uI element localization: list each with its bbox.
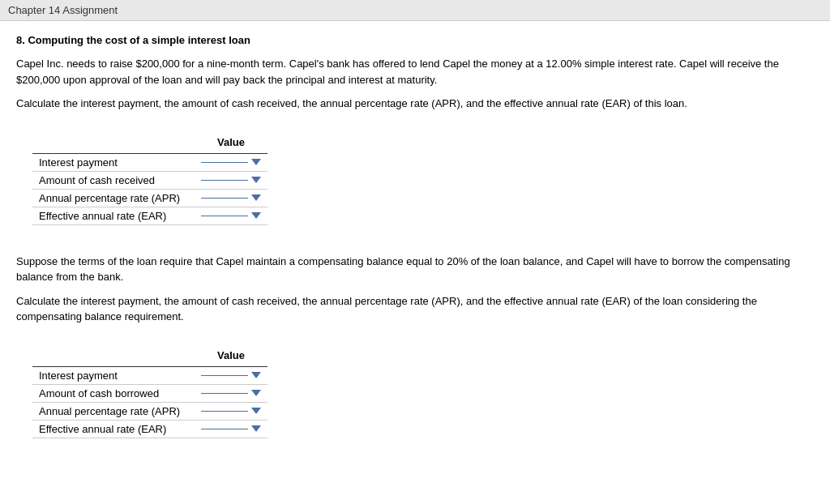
spacer-1 [16,241,814,254]
table-row: Annual percentage rate (APR) [32,189,267,207]
row-value-interest-payment [195,153,267,171]
table-row: Amount of cash borrowed [32,384,267,402]
row-label-ear: Effective annual rate (EAR) [32,207,195,224]
row-label-apr: Annual percentage rate (APR) [32,189,195,207]
dropdown-line [201,180,248,181]
dropdown-line [201,411,248,412]
row-label-interest-payment-2: Interest payment [32,366,195,384]
content-area: 8. Computing the cost of a simple intere… [0,21,830,504]
table-1: Value Interest payment Amount of cash re… [32,133,267,225]
table-row: Interest payment [32,366,267,384]
row-value-cash-received [195,171,267,189]
dropdown-line [201,393,248,394]
dropdown-arrow-icon[interactable] [251,390,261,396]
paragraph-4: Calculate the interest payment, the amou… [16,293,814,325]
table-row: Amount of cash received [32,171,267,189]
table-1-col-value: Value [195,133,267,154]
table-row: Effective annual rate (EAR) [32,207,267,224]
dropdown-arrow-icon[interactable] [251,408,261,414]
table-2-col-label [32,346,195,367]
table-row: Effective annual rate (EAR) [32,420,267,438]
table-1-col-label [32,133,195,154]
paragraph-1: Capel Inc. needs to raise $200,000 for a… [16,56,814,88]
dropdown-arrow-icon[interactable] [251,425,261,432]
row-label-cash-received: Amount of cash received [32,171,195,189]
row-label-apr-2: Annual percentage rate (APR) [32,402,195,420]
row-value-interest-payment-2 [195,366,267,384]
row-value-apr [195,189,267,207]
section-heading: 8. Computing the cost of a simple intere… [16,34,814,46]
dropdown-line [201,198,248,199]
title-bar: Chapter 14 Assignment [0,0,830,21]
dropdown-line [201,429,248,429]
title-bar-text: Chapter 14 Assignment [8,4,118,16]
row-label-ear-2: Effective annual rate (EAR) [32,420,195,438]
dropdown-line [201,162,248,163]
dropdown-arrow-icon[interactable] [251,194,261,201]
paragraph-3: Suppose the terms of the loan require th… [16,254,814,285]
table-2: Value Interest payment Amount of cash bo… [32,346,267,438]
dropdown-arrow-icon[interactable] [251,372,261,378]
row-label-cash-borrowed: Amount of cash borrowed [32,384,195,402]
dropdown-arrow-icon[interactable] [251,159,261,165]
paragraph-2: Calculate the interest payment, the amou… [16,96,814,112]
dropdown-arrow-icon[interactable] [251,212,261,219]
row-value-ear [195,207,267,224]
row-value-cash-borrowed [195,384,267,402]
dropdown-arrow-icon[interactable] [251,177,261,183]
row-value-apr-2 [195,402,267,420]
dropdown-line [201,375,248,376]
table-2-col-value: Value [195,346,267,367]
table-row: Interest payment [32,153,267,171]
row-label-interest-payment: Interest payment [32,153,195,171]
row-value-ear-2 [195,420,267,438]
dropdown-line [201,216,248,216]
table-2-container: Value Interest payment Amount of cash bo… [32,346,267,438]
table-row: Annual percentage rate (APR) [32,402,267,420]
table-1-container: Value Interest payment Amount of cash re… [32,133,267,225]
